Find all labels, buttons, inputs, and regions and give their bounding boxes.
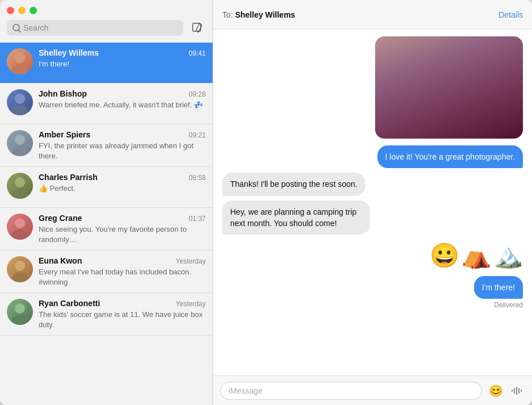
conv-time-greg: 01:37: [189, 215, 206, 223]
avatar-image-ryan: [7, 299, 33, 325]
conversation-item-charles[interactable]: Charles Parrish 08:58 👍 Perfect.: [0, 167, 213, 208]
bubble-incoming-2: Hey, we are planning a camping trip next…: [222, 201, 370, 235]
svg-rect-19: [521, 390, 522, 392]
svg-rect-16: [514, 388, 515, 394]
bubble-outgoing-1: I love it! You're a great photographer.: [377, 145, 523, 168]
photo-message: [375, 36, 523, 139]
conv-name-greg: Greg Crane: [39, 214, 82, 223]
bubble-outgoing-2: I'm there!: [474, 276, 523, 299]
conv-header-john: John Bishop 09:28: [39, 89, 206, 98]
conv-time-shelley: 09:41: [189, 49, 206, 57]
conv-content-euna: Euna Kwon Yesterday Every meal I've had …: [39, 256, 206, 287]
conv-name-shelley: Shelley Willems: [39, 48, 99, 57]
input-placeholder: iMessage: [228, 386, 263, 395]
svg-point-12: [12, 272, 28, 282]
close-button[interactable]: [7, 7, 14, 14]
conv-time-charles: 08:58: [189, 174, 206, 182]
conversation-item-ryan[interactable]: Ryan Carbonetti Yesterday The kids' socc…: [0, 293, 213, 336]
avatar-amber: [7, 130, 33, 156]
conv-time-euna: Yesterday: [176, 257, 206, 265]
conv-content-shelley: Shelley Willems 09:41 I'm there!: [39, 48, 206, 69]
conversation-item-euna[interactable]: Euna Kwon Yesterday Every meal I've had …: [0, 250, 213, 293]
emoji-3: 🏔️: [493, 241, 523, 269]
emoji-1: 😀: [430, 241, 459, 269]
details-button[interactable]: Details: [498, 10, 523, 19]
svg-point-7: [15, 177, 25, 187]
bubble-text-3: Hey, we are planning a camping trip next…: [230, 207, 356, 228]
message-input[interactable]: iMessage: [220, 382, 482, 400]
conversation-list: Shelley Willems 09:41 I'm there!: [0, 43, 213, 405]
conv-name-john: John Bishop: [39, 89, 87, 98]
sidebar: Search: [0, 0, 213, 405]
avatar-euna: [7, 256, 33, 282]
svg-point-11: [15, 261, 25, 271]
svg-rect-18: [518, 388, 519, 394]
conversation-item-john[interactable]: John Bishop 09:28 Warren briefed me. Act…: [0, 83, 213, 124]
bubble-text-5: I'm there!: [482, 283, 515, 292]
minimize-button[interactable]: [18, 7, 26, 14]
chat-header: To: Shelley Willems Details: [213, 0, 532, 30]
svg-point-6: [12, 146, 28, 156]
conv-header-amber: Amber Spiers 09:21: [39, 130, 206, 139]
chat-area: To: Shelley Willems Details I love it! Y…: [213, 0, 532, 405]
avatar-john: [7, 89, 33, 115]
conv-header-ryan: Ryan Carbonetti Yesterday: [39, 299, 206, 308]
app-window: Search: [0, 0, 532, 405]
svg-point-9: [15, 218, 25, 228]
conv-content-ryan: Ryan Carbonetti Yesterday The kids' socc…: [39, 299, 206, 329]
emoji-picker-button[interactable]: 😊: [488, 383, 504, 399]
conv-time-amber: 09:21: [189, 131, 206, 139]
bubble-text-1: I love it! You're a great photographer.: [385, 152, 515, 161]
conv-preview-john: Warren briefed me. Actually, it wasn't t…: [39, 100, 206, 110]
bubble-incoming-1: Thanks! I'll be posting the rest soon.: [222, 173, 365, 195]
conversation-item-shelley[interactable]: Shelley Willems 09:41 I'm there!: [0, 43, 213, 83]
conv-preview-ryan: The kids' soccer game is at 11. We have …: [39, 310, 206, 329]
svg-point-1: [15, 53, 25, 63]
conv-time-john: 09:28: [189, 90, 206, 98]
conv-header-charles: Charles Parrish 08:58: [39, 173, 206, 182]
avatar-greg: [7, 214, 33, 240]
avatar-image-amber: [7, 130, 33, 156]
svg-point-4: [12, 105, 28, 115]
emoji-row: 😀 ⛺ 🏔️: [430, 241, 523, 269]
conv-preview-greg: Nice seeing you. You're my favorite pers…: [39, 224, 206, 244]
bubble-text-2: Thanks! I'll be posting the rest soon.: [230, 179, 358, 189]
chat-messages: I love it! You're a great photographer. …: [213, 30, 532, 375]
audio-waveform-icon: [511, 385, 523, 397]
avatar-charles: [7, 173, 33, 199]
search-icon: [13, 24, 20, 31]
avatar-image-shelley: [7, 48, 33, 74]
conversation-item-greg[interactable]: Greg Crane 01:37 Nice seeing you. You're…: [0, 208, 213, 250]
chat-recipient: Shelley Willems: [235, 10, 296, 19]
audio-button[interactable]: [509, 383, 525, 399]
conv-content-charles: Charles Parrish 08:58 👍 Perfect.: [39, 173, 206, 194]
avatar-image-charles: [7, 173, 33, 199]
conv-header-euna: Euna Kwon Yesterday: [39, 256, 206, 265]
compose-button[interactable]: [189, 20, 206, 36]
traffic-lights: [7, 7, 37, 14]
conv-name-euna: Euna Kwon: [39, 256, 82, 265]
svg-point-5: [15, 135, 25, 145]
search-bar[interactable]: Search: [7, 20, 183, 36]
conv-content-amber: Amber Spiers 09:21 FYI, the printer was …: [39, 130, 206, 161]
photo-silhouette: [375, 36, 523, 139]
maximize-button[interactable]: [30, 7, 37, 14]
delivered-label: Delivered: [494, 301, 523, 309]
to-label: To:: [222, 10, 233, 19]
avatar-image-euna: [7, 256, 33, 282]
svg-point-13: [15, 303, 25, 314]
conv-name-amber: Amber Spiers: [39, 130, 90, 139]
conv-preview-amber: FYI, the printer was already jammed when…: [39, 141, 206, 161]
search-placeholder: Search: [23, 23, 48, 32]
main-layout: Search: [0, 0, 532, 405]
svg-point-2: [12, 64, 28, 74]
svg-point-3: [15, 94, 25, 104]
svg-point-8: [12, 189, 28, 199]
conv-time-ryan: Yesterday: [176, 300, 206, 308]
conv-content-john: John Bishop 09:28 Warren briefed me. Act…: [39, 89, 206, 110]
avatar-ryan: [7, 299, 33, 325]
conv-preview-euna: Every meal I've had today has included b…: [39, 267, 206, 287]
conversation-item-amber[interactable]: Amber Spiers 09:21 FYI, the printer was …: [0, 124, 213, 167]
svg-point-10: [12, 229, 28, 240]
conv-name-charles: Charles Parrish: [39, 173, 98, 182]
